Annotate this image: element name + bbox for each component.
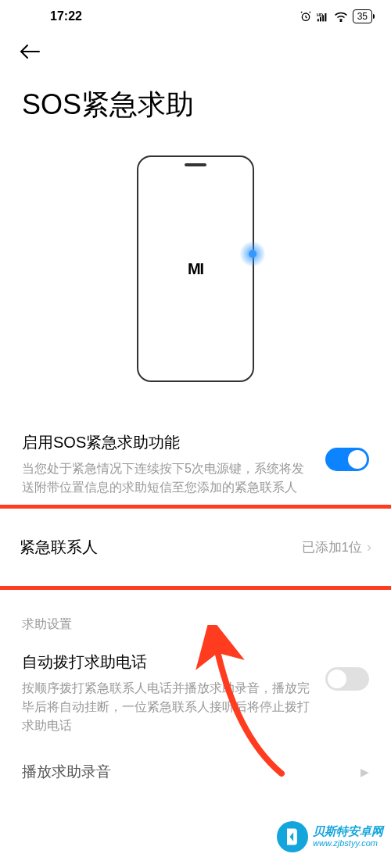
mi-logo: MI: [188, 260, 203, 278]
auto-call-description: 按顺序拨打紧急联系人电话并播放求助录音，播放完毕后将自动挂断，一位紧急联系人接听…: [22, 679, 310, 735]
svg-text:HD: HD: [317, 13, 323, 17]
signal-icon: HD: [317, 11, 329, 22]
watermark: 贝斯特安卓网 www.zjbstyy.com: [277, 821, 383, 852]
auto-call-toggle[interactable]: [325, 667, 369, 691]
highlight-annotation: 紧急联系人 已添加1位 ›: [0, 505, 391, 590]
power-button-indicator: [240, 241, 265, 266]
status-bar: 17:22 HD 35: [0, 0, 391, 30]
enable-sos-toggle[interactable]: [325, 448, 369, 471]
watermark-url: www.zjbstyy.com: [313, 838, 383, 848]
status-indicators: HD 35: [300, 9, 372, 23]
emergency-contact-value: 已添加1位: [302, 538, 362, 556]
watermark-logo: [277, 821, 308, 852]
status-time: 17:22: [19, 9, 82, 23]
svg-rect-5: [325, 13, 326, 21]
watermark-title: 贝斯特安卓网: [313, 824, 383, 838]
back-button[interactable]: [19, 44, 41, 63]
chevron-right-icon: ›: [367, 539, 371, 555]
enable-sos-setting: 启用SOS紧急求助功能 当您处于紧急情况下连续按下5次电源键，系统将发送附带位置…: [22, 421, 369, 508]
emergency-contact-row[interactable]: 紧急联系人 已添加1位 ›: [20, 537, 371, 558]
svg-rect-2: [317, 19, 318, 21]
auto-call-setting: 自动拨打求助电话 按顺序拨打紧急联系人电话并播放求助录音，播放完毕后将自动挂断，…: [22, 641, 369, 746]
wifi-icon: [334, 11, 348, 22]
phone-frame: MI: [137, 155, 254, 382]
phone-illustration: MI: [0, 148, 391, 421]
enable-sos-description: 当您处于紧急情况下连续按下5次电源键，系统将发送附带位置信息的求助短信至您添加的…: [22, 459, 310, 497]
battery-indicator: 35: [353, 9, 372, 23]
enable-sos-title: 启用SOS紧急求助功能: [22, 432, 310, 453]
svg-point-6: [340, 20, 342, 22]
help-settings-header: 求助设置: [0, 598, 391, 641]
svg-rect-4: [322, 15, 324, 21]
nav-bar: [0, 30, 391, 70]
alarm-icon: [300, 10, 312, 23]
play-recording-row[interactable]: 播放求助录音 ▶: [0, 746, 391, 798]
auto-call-title: 自动拨打求助电话: [22, 652, 310, 673]
play-icon: ▶: [361, 766, 369, 778]
svg-rect-3: [320, 17, 321, 22]
page-title: SOS紧急求助: [0, 70, 391, 148]
emergency-contact-label: 紧急联系人: [20, 537, 98, 558]
play-recording-label: 播放求助录音: [22, 762, 111, 782]
